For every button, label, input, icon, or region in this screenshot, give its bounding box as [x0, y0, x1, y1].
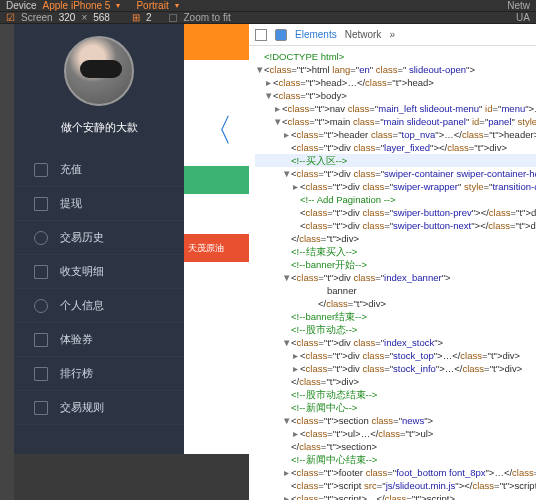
dom-node[interactable]: ▸<class="t">script>…</class="t">script> — [255, 492, 536, 500]
dom-node[interactable]: <class="t">script src="js/slideout.min.j… — [255, 479, 536, 492]
wallet-icon — [34, 163, 48, 177]
dom-node[interactable]: ▼<class="t">body> — [255, 89, 536, 102]
dom-node[interactable]: </class="t">section> — [255, 440, 536, 453]
chart-icon — [34, 367, 48, 381]
slideout-menu: 做个安静的大款 充值提现交易历史收支明细个人信息体验券排行榜交易规则 — [14, 24, 184, 454]
dom-node[interactable]: ▸<class="t">div class="swiper-wrapper" s… — [255, 180, 536, 193]
menu-item-1[interactable]: 提现 — [14, 187, 184, 221]
menu-item-label: 体验券 — [60, 332, 93, 347]
orientation-select[interactable]: Portrait — [136, 0, 168, 11]
dom-node[interactable]: ▼<class="t">div class="swiper-container … — [255, 167, 536, 180]
devtools-tabs: Elements Network » ◎ 2 ▸‗ ⚙ ◧ ✕ — [249, 24, 536, 46]
orientation-dropdown-icon[interactable]: ▾ — [175, 1, 179, 10]
device-select[interactable]: Apple iPhone 5 — [43, 0, 111, 11]
dom-node[interactable]: <!--新闻中心--> — [255, 401, 536, 414]
dom-node[interactable]: </class="t">div> — [255, 375, 536, 388]
book-icon — [34, 265, 48, 279]
device-toolbar: Device Apple iPhone 5 ▾ Portrait ▾ Netw — [0, 0, 536, 12]
main-panel: 〈 天茂原油 — [184, 24, 249, 454]
dom-node[interactable]: ▼<class="t">div class="index_banner"> — [255, 271, 536, 284]
header-white — [184, 60, 249, 96]
dom-node[interactable]: ▼<class="t">main class="main slideout-pa… — [255, 115, 536, 128]
content-white — [184, 262, 249, 454]
zoom-checkbox[interactable]: ⊞ — [132, 12, 140, 23]
menu-item-5[interactable]: 体验券 — [14, 323, 184, 357]
device-dropdown-icon[interactable]: ▾ — [116, 1, 120, 10]
screen-toolbar: ☑ Screen 320 × 568 ⊞ 2 Zoom to fit UA — [0, 12, 536, 24]
dom-tree[interactable]: <!DOCTYPE html>▼<class="t">html lang="en… — [249, 46, 536, 500]
menu-item-6[interactable]: 排行榜 — [14, 357, 184, 391]
username: 做个安静的大款 — [61, 120, 138, 135]
menu-item-label: 交易历史 — [60, 230, 104, 245]
menu-item-2[interactable]: 交易历史 — [14, 221, 184, 255]
dom-node[interactable]: ▸<class="t">header class="top_nva">…</cl… — [255, 128, 536, 141]
dom-node[interactable]: ▼<class="t">html lang="en" class=" slide… — [255, 63, 536, 76]
menu-item-7[interactable]: 交易规则 — [14, 391, 184, 425]
menu-item-label: 交易规则 — [60, 400, 104, 415]
clock-icon — [34, 231, 48, 245]
screen-height[interactable]: 568 — [93, 12, 110, 23]
cal-icon — [34, 197, 48, 211]
green-stripe — [184, 166, 249, 194]
screen-label: Screen — [21, 12, 53, 23]
times-icon: × — [81, 12, 87, 23]
dom-node[interactable]: <!--新闻中心结束--> — [255, 453, 536, 466]
device-label: Device — [6, 0, 37, 11]
zoom-fit-checkbox[interactable] — [169, 14, 177, 22]
grid-icon — [34, 401, 48, 415]
dom-node[interactable]: ▼<class="t">section class="news"> — [255, 414, 536, 427]
tabs-more-icon[interactable]: » — [389, 29, 395, 40]
menu-item-label: 提现 — [60, 196, 82, 211]
dom-node[interactable]: <!--banner结束--> — [255, 310, 536, 323]
avatar[interactable] — [64, 36, 134, 106]
zoom-value[interactable]: 2 — [146, 12, 152, 23]
device-mode-icon[interactable] — [275, 29, 287, 41]
screen-checkbox[interactable]: ☑ — [6, 12, 15, 23]
header-orange — [184, 24, 249, 60]
back-button[interactable]: 〈 — [184, 96, 249, 166]
inspect-icon[interactable] — [255, 29, 267, 41]
dom-node[interactable]: <class="t">div class="layer_fixed"></cla… — [255, 141, 536, 154]
dom-node[interactable]: ▸<class="t">div class="stock_top">…</cla… — [255, 349, 536, 362]
tab-network[interactable]: Network — [345, 29, 382, 40]
dom-node[interactable]: <!--结束买入--> — [255, 245, 536, 258]
zoom-fit-label: Zoom to fit — [183, 12, 230, 23]
dom-node[interactable]: <!--股市动态--> — [255, 323, 536, 336]
dom-node[interactable]: <class="t">div class="swiper-button-next… — [255, 219, 536, 232]
dom-node[interactable]: ▸<class="t">footer class="foot_bottom fo… — [255, 466, 536, 479]
devtools-panel: Elements Network » ◎ 2 ▸‗ ⚙ ◧ ✕ <!DOCTYP… — [249, 24, 536, 500]
menu-item-label: 排行榜 — [60, 366, 93, 381]
dom-node[interactable]: ▼<class="t">div class="index_stock"> — [255, 336, 536, 349]
dom-node[interactable]: <!--banner开始--> — [255, 258, 536, 271]
tab-elements[interactable]: Elements — [295, 29, 337, 40]
menu-item-0[interactable]: 充值 — [14, 153, 184, 187]
doc-icon — [34, 333, 48, 347]
dom-node[interactable]: <class="t">div class="swiper-button-prev… — [255, 206, 536, 219]
screen-width[interactable]: 320 — [59, 12, 76, 23]
ua-label[interactable]: UA — [516, 12, 530, 23]
ruler-vertical — [0, 24, 14, 500]
red-stripe[interactable]: 天茂原油 — [184, 234, 249, 262]
menu-item-label: 个人信息 — [60, 298, 104, 313]
user-icon — [34, 299, 48, 313]
network-label[interactable]: Netw — [507, 0, 530, 11]
device-viewport: 做个安静的大款 充值提现交易历史收支明细个人信息体验券排行榜交易规则 〈 天茂原… — [14, 24, 249, 454]
spacer — [184, 194, 249, 234]
dom-node[interactable]: ▸<class="t">nav class="main_left slideou… — [255, 102, 536, 115]
dom-node[interactable]: <!--买入区--> — [255, 154, 536, 167]
menu-item-3[interactable]: 收支明细 — [14, 255, 184, 289]
dom-node[interactable]: ▸<class="t">div class="stock_info">…</cl… — [255, 362, 536, 375]
dom-node[interactable]: banner — [255, 284, 536, 297]
dom-node[interactable]: ▸<class="t">ul>…</class="t">ul> — [255, 427, 536, 440]
dom-node[interactable]: ▸<class="t">head>…</class="t">head> — [255, 76, 536, 89]
dom-node[interactable]: <!-- Add Pagination --> — [255, 193, 536, 206]
dom-node[interactable]: <!--股市动态结束--> — [255, 388, 536, 401]
menu-item-4[interactable]: 个人信息 — [14, 289, 184, 323]
menu-item-label: 收支明细 — [60, 264, 104, 279]
menu-item-label: 充值 — [60, 162, 82, 177]
dom-node[interactable]: <!DOCTYPE html> — [255, 50, 536, 63]
dom-node[interactable]: </class="t">div> — [255, 232, 536, 245]
dom-node[interactable]: </class="t">div> — [255, 297, 536, 310]
